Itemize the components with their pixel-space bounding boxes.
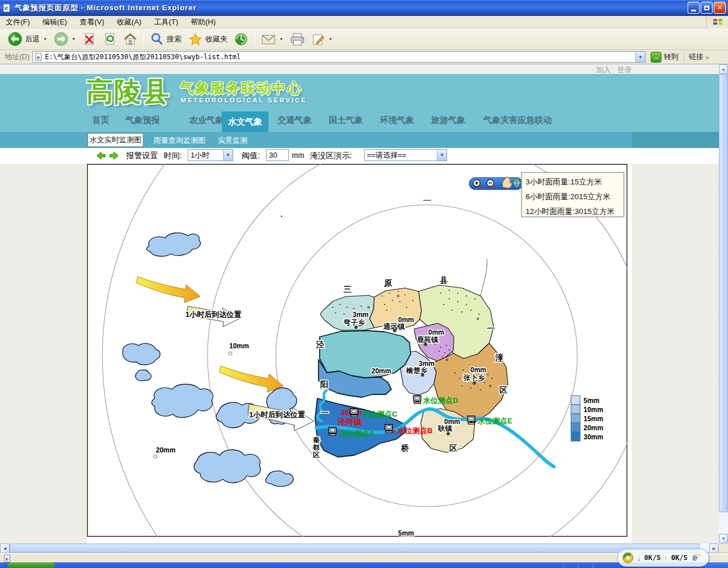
threshold-input[interactable]: 30 [266,149,289,161]
menu-edit[interactable]: 编辑(E) [43,17,67,27]
close-icon: ✕ [717,4,722,11]
nav-environment[interactable]: 环境气象 [380,115,414,126]
nav-tourism[interactable]: 旅游气象 [431,115,465,126]
scroll-right-button[interactable]: ▶ [709,544,719,553]
back-icon [8,32,22,46]
forward-button[interactable]: ▼ [51,30,79,48]
subnav-live-view[interactable]: 实景监测 [218,135,247,146]
links-label: 链接 [689,52,704,62]
search-label: 搜索 [167,34,181,44]
area-label: 三 [344,285,351,294]
close-button[interactable]: ✕ [714,2,726,14]
station-d-label: 水位测点D [423,396,458,405]
stop-button[interactable] [79,31,100,48]
vertical-scroll-thumb[interactable] [719,74,728,512]
time-select-value: 1小时 [188,150,223,160]
district-name: 弯子乡 [343,319,365,327]
flood-demo-select[interactable]: ==请选择== ▼ [364,149,447,161]
menu-favorites[interactable]: 收藏(A) [117,17,141,27]
forward-caret-icon: ▼ [72,37,76,41]
time-select[interactable]: 1小时 ▼ [188,149,233,161]
chevron-down-icon: ▼ [638,55,643,60]
network-speed-widget[interactable]: ↓ 0K/S ↑ 0K/S e [617,549,709,567]
globe-icon [513,179,521,187]
restore-icon [704,6,709,10]
arrival-label: 1小时后到达位置 [185,310,241,319]
nav-home[interactable]: 首页 [92,115,109,126]
prev-arrow-button[interactable] [96,151,106,160]
stop-icon [82,32,96,46]
edit-caret-icon: ▼ [329,37,333,41]
scroll-left-button[interactable]: ◀ [0,544,10,553]
rain-volume-info-box: 3小时面雨量:15立方米 6小时面雨量:2015立方米 12小时面雨量:3015… [522,172,624,217]
map-canvas[interactable]: 三 原 县 泾 阳 一 潼 区 一 秦 都 区 桥 区 3mm 弯子乡 0mm … [87,164,627,537]
map-nav-toolbar[interactable] [469,177,523,190]
legend-swatch [571,423,580,432]
station-c-icon [350,409,358,417]
menu-help[interactable]: 帮助(H) [191,17,216,27]
controls-row: 报警设置 时间: 1小时 ▼ 阀值: 30 mm 淹没区演示: ==请选择== … [0,148,719,164]
scroll-up-button[interactable]: ▲ [719,64,728,74]
favorites-star-icon [188,32,202,46]
sub-nav: 水文实时监测图 雨量查询监测图 实景监测 [0,132,719,148]
menu-file[interactable]: 文件(F) [6,17,30,27]
start-button[interactable] [8,562,55,568]
mail-icon [261,33,276,46]
print-button[interactable] [287,31,308,48]
nav-agriculture[interactable]: 农业气象 [189,115,224,126]
nav-land[interactable]: 国土气象 [329,115,363,126]
back-label: 后退 [25,34,40,44]
horizontal-scrollbar[interactable]: ◀ ▶ [0,544,719,553]
restore-button[interactable] [701,2,713,14]
station-b-label: 水位测点B [397,426,432,435]
vertical-scrollbar[interactable]: ▲ ▼ [719,64,728,544]
area-label: 秦 [313,436,320,444]
time-label: 时间: [164,151,182,161]
upload-speed: 0K/S [671,554,688,562]
subnav-realtime-monitor-active[interactable]: 水文实时监测图 [88,134,143,146]
next-arrow-button[interactable] [109,151,119,160]
edit-button[interactable]: ▼ [308,31,336,48]
menu-view[interactable]: 查看(V) [80,17,104,27]
scroll-up-icon: ▲ [722,67,726,71]
go-button[interactable]: → 转到 [648,51,681,63]
legend-label: 30mm [584,433,603,441]
nav-hydrology-active[interactable]: 水文气象 [222,112,268,132]
address-dropdown-button[interactable]: ▼ [635,52,645,62]
nav-weather-forecast[interactable]: 气象预报 [126,115,160,126]
mail-button[interactable]: ▼ [258,31,287,47]
links-button[interactable]: 链接 » [684,52,709,62]
dot-mark [281,216,283,217]
area-label: 潼 [495,353,503,362]
subnav-rain-query[interactable]: 雨量查询监测图 [154,135,205,146]
legend-swatch [571,396,580,405]
menu-tools[interactable]: 工具(T) [154,17,179,27]
address-input[interactable]: e E:\气象台\原型20110530\原型20110530\swyb-list… [32,51,646,63]
refresh-button[interactable] [100,31,120,48]
favorites-button[interactable]: 收藏夹 [185,31,231,48]
minimize-button[interactable] [688,2,700,14]
info-line-3h: 3小时面雨量:15立方米 [526,178,602,186]
back-button[interactable]: 后退 ▼ [5,30,51,48]
map-legend: 5mm 10mm 15mm 20mm 30mm [571,396,603,441]
scroll-down-button[interactable]: ▼ [719,534,728,544]
area-label: 县 [440,275,448,285]
station-e-icon [468,416,475,424]
home-button[interactable] [120,31,140,48]
ring-label-10mm: 10mm [229,342,249,350]
horizontal-scroll-thumb[interactable] [10,544,700,553]
rain-value: 3mm [353,311,369,319]
station-a-label: 水位测点A [339,429,375,438]
flood-select-value: ==请选择== [365,150,437,160]
forward-icon [54,32,68,46]
legend-swatch [571,432,580,441]
site-logo-en: METEOROLOGICAL SERVICE [181,97,307,104]
station-c-label: 水位测点C [362,410,398,418]
rain-area-15mm [320,331,411,378]
search-button[interactable]: 搜索 [147,31,185,48]
nav-traffic[interactable]: 交通气象 [278,115,312,126]
favorites-label: 收藏夹 [205,34,228,44]
history-button[interactable] [231,31,251,48]
nav-disaster-emergency[interactable]: 气象灾害应急联动 [483,115,552,126]
district-name: 鹿苑镇 [416,335,439,344]
